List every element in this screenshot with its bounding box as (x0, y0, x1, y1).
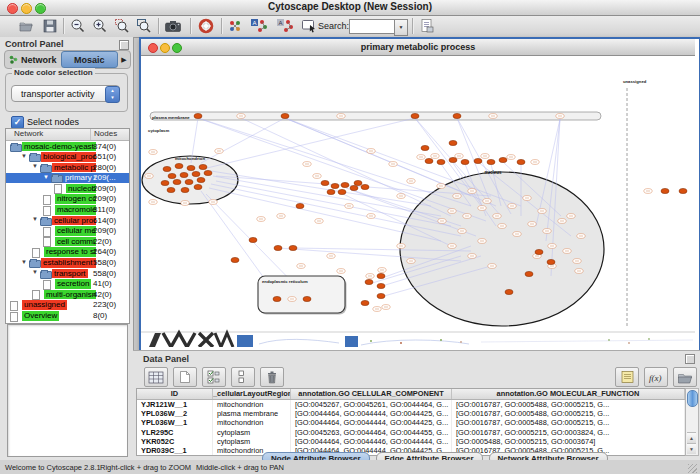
unselect-all-attributes-button[interactable] (231, 367, 255, 387)
network-label[interactable]: unassigned (22, 300, 67, 310)
table-row[interactable]: YJR121W__1mitochondrion[GO:0045267, GO:0… (137, 400, 685, 409)
table-cell[interactable]: [GO:0045263, GO:0044464, GO:0044455, G..… (291, 428, 452, 437)
zoom-in-button[interactable] (90, 17, 110, 35)
network-label[interactable]: cellular process (52, 216, 96, 226)
network-label[interactable]: mosaic-demo-yeast (22, 142, 96, 152)
table-cell[interactable]: mitochondrion (213, 400, 291, 409)
help-button[interactable] (196, 17, 216, 35)
tree-row[interactable]: macromolecule311(0) (6, 205, 129, 216)
tree-row[interactable]: ▼metabolic process280(0) (6, 162, 129, 173)
table-cell[interactable]: YPL036W__2 (137, 409, 213, 418)
table-cell[interactable]: YJR121W__1 (137, 400, 213, 409)
table-cell[interactable]: [GO:0044464, GO:0044444, GO:0044425, G..… (291, 409, 452, 418)
resize-grip[interactable] (688, 464, 697, 473)
table-row[interactable]: YKR052Ccytoplasm[GO:0044464, GO:0044446,… (137, 437, 685, 446)
tree-row[interactable]: cell communicat22(0) (6, 236, 129, 247)
window-titlebar[interactable]: Cytoscape Desktop (New Session) (0, 0, 700, 16)
network-label[interactable]: nitrogen compo (55, 194, 96, 204)
expand-arrow-icon[interactable]: ▼ (21, 153, 27, 159)
network-graph[interactable]: plasma membranecytoplasmmitochondrionnuc… (141, 56, 695, 347)
tree-row[interactable]: secretion41(0) (6, 279, 129, 290)
snapshot-button[interactable] (163, 17, 183, 35)
attribute-editor-button[interactable] (417, 17, 437, 35)
table-column-header[interactable]: _cellularLayoutRegion (213, 389, 291, 399)
table-column-header[interactable]: annotation.GO MOLECULAR_FUNCTION (452, 389, 685, 399)
table-cell[interactable]: [GO:0016787, GO:0005488, GO:0005215, G..… (452, 418, 685, 427)
table-column-header[interactable]: annotation.GO CELLULAR_COMPONENT (291, 389, 452, 399)
expand-arrow-icon[interactable]: ▼ (32, 216, 38, 222)
attribute-table[interactable]: ID_cellularLayoutRegionannotation.GO CEL… (136, 388, 686, 456)
zoom-fit-button[interactable] (134, 17, 154, 35)
frame-zoom-button[interactable] (172, 43, 182, 53)
table-scrollbar[interactable]: ▲ ▼ (685, 388, 699, 456)
tree-row[interactable]: ▼cellular process614(0) (6, 215, 129, 226)
table-column-header[interactable]: ID (137, 389, 213, 399)
scroll-up-button[interactable]: ▲ (687, 432, 696, 443)
network-label[interactable]: Overview (22, 311, 59, 321)
tree-row[interactable]: multi-organism pro42(0) (6, 289, 129, 300)
network-label[interactable]: metabolic process (52, 163, 96, 173)
table-cell[interactable]: YPL036W__1 (137, 418, 213, 427)
tree-row[interactable]: unassigned223(0) (6, 300, 129, 311)
tree-row[interactable]: ▼transport558(0) (6, 268, 129, 279)
network-label[interactable]: cellular metabo (55, 226, 96, 236)
table-cell[interactable]: [GO:0016787, GO:0005488, GO:0005215, G..… (452, 409, 685, 418)
search-dropdown-button[interactable]: ▼ (394, 19, 408, 36)
import-network-button[interactable] (226, 17, 244, 35)
delete-attribute-button[interactable] (260, 367, 284, 387)
tree-row[interactable]: ▼primary metabo209(... (6, 173, 129, 184)
open-session-button[interactable] (16, 17, 36, 35)
node-color-dropdown[interactable]: transporter activity (11, 85, 120, 102)
network-frame-titlebar[interactable]: primary metabolic process (141, 39, 695, 56)
table-cell[interactable]: cytoplasm (213, 437, 291, 446)
tree-row[interactable]: nitrogen compo209(0) (6, 194, 129, 205)
table-cell[interactable]: [GO:0005488, GO:0005215, GO:0003674] (452, 437, 685, 446)
tab-mosaic[interactable]: Mosaic (61, 51, 119, 68)
tab-network[interactable]: Network (5, 51, 61, 68)
notes-button[interactable] (615, 367, 639, 387)
table-cell[interactable]: plasma membrane (213, 409, 291, 418)
network-label[interactable]: cell communicat (55, 237, 96, 247)
table-row[interactable]: YLR295Ccytoplasm[GO:0045263, GO:0044464,… (137, 428, 685, 437)
table-cell[interactable]: YKR052C (137, 437, 213, 446)
table-cell[interactable]: YDR039C__1 (137, 446, 213, 455)
table-cell[interactable]: cytoplasm (213, 428, 291, 437)
scrollbar-thumb[interactable] (687, 390, 698, 407)
float-panel-icon[interactable] (685, 354, 695, 364)
more-tabs-button[interactable]: ▶ (118, 51, 130, 68)
save-session-button[interactable] (40, 17, 60, 35)
import-attributes-button[interactable] (673, 367, 697, 387)
select-all-attributes-button[interactable] (202, 367, 226, 387)
network-label[interactable]: nucleobase- (66, 184, 96, 194)
network-label[interactable]: transport (52, 269, 88, 279)
float-panel-icon[interactable] (119, 40, 129, 50)
vizmapper-edge-button[interactable]: A (274, 17, 296, 35)
scroll-down-button[interactable]: ▼ (687, 443, 696, 454)
search-field[interactable] (349, 19, 394, 34)
table-row[interactable]: YPL036W__1mitochondrion[GO:0044464, GO:0… (137, 418, 685, 427)
dropdown-stepper-icon[interactable]: ▲▼ (105, 86, 120, 103)
table-cell[interactable]: [GO:0016787, GO:0005215, GO:0003824, G..… (452, 428, 685, 437)
tree-row[interactable]: mosaic-demo-yeast874(0) (6, 141, 129, 152)
table-cell[interactable]: YLR295C (137, 428, 213, 437)
tree-row[interactable]: ▼biological_process651(0) (6, 152, 129, 163)
frame-minimize-button[interactable] (160, 43, 170, 53)
table-cell[interactable]: [GO:0044464, GO:0044444, GO:0044425, G..… (291, 418, 452, 427)
frame-close-button[interactable] (148, 43, 158, 53)
network-label[interactable]: multi-organism pro (44, 290, 96, 300)
formula-button[interactable]: f(x) (644, 367, 668, 387)
network-label[interactable]: establishment of lo (41, 258, 96, 268)
tree-row[interactable]: nucleobase-209(0) (6, 183, 129, 194)
network-label[interactable]: response to stimulu (44, 247, 96, 257)
tree-row[interactable]: ▼establishment of lo558(0) (6, 258, 129, 269)
network-label[interactable]: macromolecule (55, 205, 96, 215)
expand-arrow-icon[interactable]: ▼ (32, 163, 38, 169)
network-label[interactable]: biological_process (41, 152, 96, 162)
network-label[interactable]: secretion (55, 279, 91, 289)
table-row[interactable]: YPL036W__2plasma membrane[GO:0044464, GO… (137, 409, 685, 418)
select-mode-button[interactable] (299, 17, 319, 35)
expand-arrow-icon[interactable]: ▼ (43, 174, 49, 180)
table-cell[interactable]: [GO:0045267, GO:0045261, GO:0044464, G..… (291, 400, 452, 409)
network-overview-panel[interactable] (7, 324, 128, 457)
table-cell[interactable]: [GO:0016787, GO:0005488, GO:0005215, G..… (452, 400, 685, 409)
